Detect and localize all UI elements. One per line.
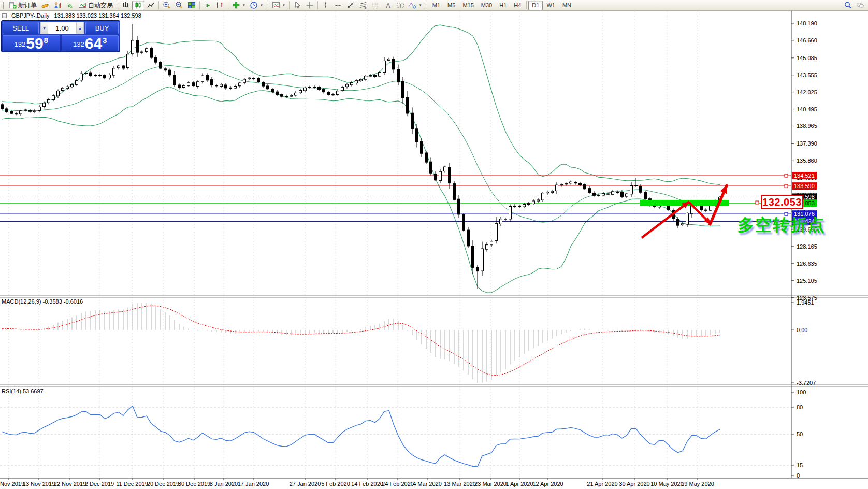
sell-quote-button[interactable]: 132598: [3, 35, 60, 51]
svg-text:F: F: [376, 6, 378, 10]
svg-text:80: 80: [797, 404, 803, 410]
profiles-button[interactable]: [51, 1, 64, 10]
svg-text:140.495: 140.495: [797, 106, 817, 112]
rsi-label: RSI(14) 53.6697: [2, 388, 44, 394]
toolbar-grip[interactable]: [3, 2, 5, 9]
fibo-icon: E: [359, 1, 367, 9]
tf-m1-button[interactable]: M1: [429, 1, 444, 10]
svg-text:14 Feb 2020: 14 Feb 2020: [351, 481, 383, 487]
indicators-button[interactable]: ▼: [230, 1, 248, 10]
toolbar-separator: [228, 1, 228, 9]
cursor-icon: [293, 1, 301, 9]
tile-windows-button[interactable]: [185, 1, 198, 10]
crosshair-button[interactable]: [303, 1, 316, 10]
tf-h4-button[interactable]: H4: [510, 1, 525, 10]
search-icon: [844, 1, 852, 9]
chart-canvas[interactable]: 148.190146.660145.085143.555142.025140.4…: [0, 0, 868, 489]
tf-m5-button[interactable]: M5: [444, 1, 459, 10]
periods-button[interactable]: ▼: [248, 1, 265, 10]
mt4-window: 新订单自动交易▼▼▼EFAT▼M1M5M15M30H1H4D1W1MN 148.…: [0, 0, 868, 489]
bar-chart-mode-button[interactable]: [120, 1, 132, 10]
tf-h4-label: H4: [514, 2, 521, 8]
tf-m15-button[interactable]: M15: [459, 1, 477, 10]
price-axis: 148.190146.660145.085143.555142.025140.4…: [791, 20, 817, 301]
profile-icon: [53, 1, 62, 9]
ohlc-values: 131.383 133.023 131.364 132.598: [54, 12, 141, 19]
cursor-button[interactable]: [291, 1, 303, 10]
signals-button[interactable]: [64, 1, 76, 10]
zoom-in-button[interactable]: [161, 1, 173, 10]
shapes-button[interactable]: ▼: [407, 1, 424, 10]
chat-button[interactable]: [854, 1, 866, 10]
tf-mn-button[interactable]: MN: [559, 1, 575, 10]
text-label-button[interactable]: T: [394, 1, 407, 10]
autotrade-icon: [78, 1, 86, 9]
tf-m30-button[interactable]: M30: [478, 1, 496, 10]
dropdown-arrow-icon[interactable]: ▼: [282, 4, 285, 7]
volume-input[interactable]: 1.00: [48, 22, 76, 34]
auto-scroll-button[interactable]: [201, 1, 214, 10]
svg-text:142.025: 142.025: [797, 89, 817, 95]
sell-price-sup: 8: [44, 36, 48, 45]
dropdown-arrow-icon[interactable]: ▼: [242, 4, 245, 7]
vertical-line-button[interactable]: [320, 1, 332, 10]
chart-window-icon: [2, 13, 7, 18]
horizontal-line-button[interactable]: [332, 1, 344, 10]
fibo-grid-button[interactable]: F: [369, 1, 382, 10]
svg-text:T: T: [399, 3, 402, 8]
text-button[interactable]: A: [382, 1, 394, 10]
buy-price-big: 64: [85, 37, 102, 50]
svg-text:23 Mar 2020: 23 Mar 2020: [474, 481, 507, 487]
tf-w1-button[interactable]: W1: [543, 1, 559, 10]
volume-down-button[interactable]: ▼: [40, 22, 48, 34]
zoom-out-button[interactable]: [173, 1, 185, 10]
toolbar-grip[interactable]: [267, 2, 268, 9]
svg-text:21 Apr 2020: 21 Apr 2020: [587, 481, 617, 487]
candle-chart-icon: [134, 1, 142, 9]
trendline-icon: [346, 1, 355, 9]
main-toolbar: 新订单自动交易▼▼▼EFAT▼M1M5M15M30H1H4D1W1MN: [0, 0, 868, 11]
candlestick-mode-button[interactable]: [132, 1, 144, 10]
svg-text:10 May 2020: 10 May 2020: [650, 481, 684, 487]
periods-icon: [250, 1, 258, 9]
dropdown-arrow-icon[interactable]: ▼: [260, 4, 263, 7]
trendline-button[interactable]: [344, 1, 357, 10]
toolbar-separator: [199, 1, 200, 9]
chart-shift-button[interactable]: [214, 1, 226, 10]
buy-quote-button[interactable]: 132643: [62, 35, 119, 51]
indicator-axes: 1.94510.00-3.72071008050150: [791, 299, 816, 479]
volume-up-button[interactable]: ▲: [76, 22, 84, 34]
vline-icon: [322, 1, 330, 9]
zoom-out-icon: [175, 1, 183, 9]
toolbar-grip[interactable]: [426, 2, 427, 9]
marker-button[interactable]: [39, 1, 51, 10]
fibonacci-button[interactable]: E: [357, 1, 369, 10]
buy-button[interactable]: BUY: [85, 22, 119, 34]
svg-text:13 Nov 2019: 13 Nov 2019: [23, 481, 55, 487]
tf-h1-button[interactable]: H1: [496, 1, 510, 10]
time-axis: Nov 201913 Nov 201922 Nov 20192 Dec 2019…: [0, 478, 714, 487]
line-chart-mode-button[interactable]: [144, 1, 157, 10]
symbol-period: GBPJPY-,Daily: [11, 12, 50, 19]
new-order-button[interactable]: 新订单: [6, 1, 39, 10]
dropdown-arrow-icon[interactable]: ▼: [419, 4, 422, 7]
indicators-icon: [232, 1, 240, 9]
buy-price-prefix: 132: [73, 40, 84, 48]
sell-button[interactable]: SELL: [3, 22, 39, 34]
sell-price-big: 59: [26, 37, 43, 50]
search-button[interactable]: [842, 1, 854, 10]
marker-icon: [41, 1, 49, 9]
tf-d1-label: D1: [532, 2, 539, 8]
tf-d1-button[interactable]: D1: [528, 1, 543, 10]
auto-trading-button[interactable]: 自动交易: [76, 1, 115, 10]
buy-price-sup: 3: [103, 36, 107, 45]
svg-text:125.105: 125.105: [797, 278, 817, 284]
candles: [1, 24, 721, 289]
svg-text:5 Feb 2020: 5 Feb 2020: [321, 481, 350, 487]
templates-button[interactable]: ▼: [270, 1, 287, 10]
svg-text:137.390: 137.390: [797, 140, 817, 147]
grid-lines: [9, 11, 698, 478]
svg-text:E: E: [364, 7, 366, 10]
svg-text:0: 0: [797, 472, 800, 479]
toolbar-grip[interactable]: [117, 2, 118, 9]
